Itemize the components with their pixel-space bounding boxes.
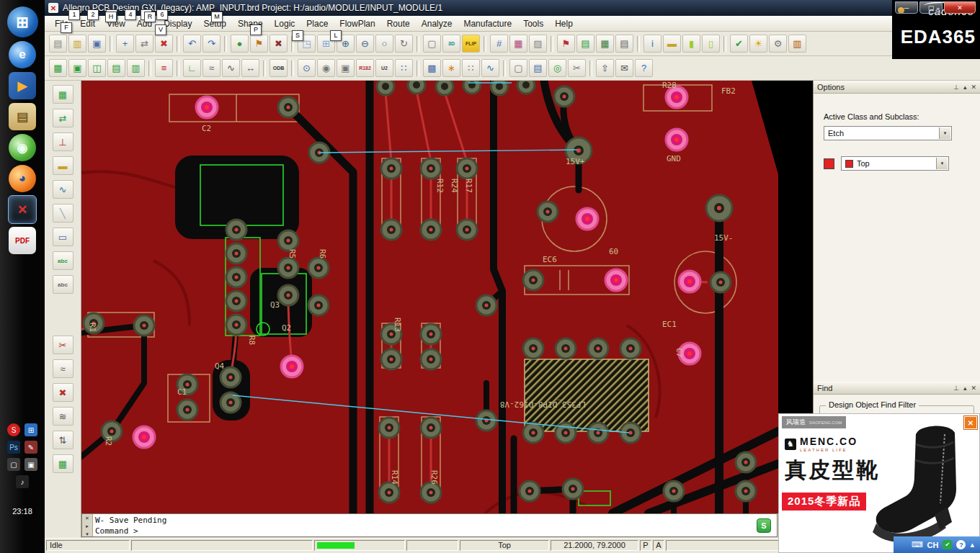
move-tool-icon[interactable]: + (116, 35, 134, 53)
firefox-browser-icon[interactable]: ◕ (9, 165, 36, 192)
zoom-window-icon[interactable]: ◳ (298, 35, 316, 53)
cut-doc-icon[interactable]: ✂ (568, 59, 586, 77)
padstack-edit-icon[interactable]: ◫ (88, 59, 106, 77)
zoom-in-icon[interactable]: ⊕ (337, 35, 355, 53)
menu-shape[interactable]: Shape (232, 17, 269, 30)
find-close-icon[interactable]: ✕ (971, 385, 976, 392)
class-dropdown[interactable]: Etch ▼ (824, 126, 952, 140)
menu-file[interactable]: File (49, 17, 74, 30)
pick-mode-button[interactable]: P (640, 540, 651, 551)
odb-export-icon[interactable]: ODB (270, 59, 288, 77)
show-element-icon[interactable]: i (643, 35, 662, 53)
layer-stack-icon[interactable]: ≡ (155, 59, 173, 77)
ad-product-image[interactable] (871, 423, 979, 549)
palette-grid2-icon[interactable]: ▦ (53, 454, 74, 473)
smooth-tool-icon[interactable]: ∿ (222, 59, 240, 77)
palette-zigzag-icon[interactable]: ≈ (53, 359, 74, 378)
export-data-icon[interactable]: ⇧ (596, 59, 614, 77)
find-pin-icon[interactable]: ⊥ (953, 385, 959, 392)
palette-ruler-icon[interactable]: ▬ (53, 156, 74, 175)
open-drawing-icon[interactable]: ▥ (68, 35, 86, 53)
subclass-color-swatch[interactable] (824, 158, 834, 169)
fanout-tool-icon[interactable]: ∗ (442, 59, 460, 77)
shape-check-icon[interactable]: ▤ (107, 59, 125, 77)
menu-display[interactable]: Display (158, 17, 197, 30)
view-3d-icon[interactable]: 3D (442, 35, 460, 53)
settings-icon[interactable]: ⚙ (769, 35, 787, 53)
menu-logic[interactable]: Logic (269, 17, 301, 30)
constraint-manager-icon[interactable]: ▦ (596, 35, 614, 53)
menu-route[interactable]: Route (381, 17, 416, 30)
tray-grid-icon[interactable]: ⊞ (24, 423, 37, 436)
waive-icon[interactable]: ✔ (730, 35, 748, 53)
color-dialog-icon[interactable]: ▦ (509, 35, 527, 53)
show-measure-icon[interactable]: ▬ (663, 35, 681, 53)
menu-analyze[interactable]: Analyze (416, 17, 458, 30)
color-visibility-icon[interactable]: ▦ (49, 59, 67, 77)
notebook-icon[interactable]: ▤ (529, 59, 547, 77)
tray-paint-icon[interactable]: ✎ (24, 441, 37, 454)
web-doc-icon[interactable]: ◎ (548, 59, 566, 77)
chevron-up-icon[interactable]: ▴ (970, 540, 974, 549)
command-window[interactable]: ✕ ▸ ▾ W- Save Pending Command > S (81, 513, 778, 537)
mail-send-icon[interactable]: ✉ (615, 59, 633, 77)
menu-tools[interactable]: Tools (517, 17, 549, 30)
dehighlight-icon[interactable]: ▯ (702, 35, 720, 53)
shadow-mode-icon[interactable]: ▨ (529, 35, 547, 53)
menu-setup[interactable]: Setup (198, 17, 232, 30)
shield-icon[interactable]: ✔ (943, 540, 952, 549)
spacing-tool-icon[interactable]: ↔ (241, 59, 259, 77)
slide-tool-icon[interactable]: ≈ (202, 59, 220, 77)
dot-grid-icon[interactable]: ∷ (462, 59, 480, 77)
cancel-icon[interactable]: ✖ (270, 35, 288, 53)
zoom-points-icon[interactable]: ⊞ (317, 35, 335, 53)
command-collapse-icon[interactable]: ▾ (86, 531, 89, 537)
assign-color-icon[interactable]: ▥ (127, 59, 145, 77)
palette-cut-icon[interactable]: ✂ (53, 336, 74, 354)
ie-browser-icon[interactable]: e (9, 41, 36, 68)
pcb-board[interactable]: C2R28FB2GND15V+15V-EC660EC1C7R5R6Q3Q2R8R… (81, 81, 813, 513)
command-close-icon[interactable]: ✕ (85, 516, 89, 521)
snapshot-tool-icon[interactable]: ▣ (337, 59, 355, 77)
cross-section-icon[interactable]: ▤ (576, 35, 594, 53)
redo-icon[interactable]: ↷ (202, 35, 220, 53)
title-bar[interactable]: ✕ Allegro PCB Design GXL (legacy): AMP_I… (45, 0, 980, 16)
palette-wave-icon[interactable]: ∿ (53, 180, 74, 199)
menu-help[interactable]: Help (549, 17, 579, 30)
probe-tool-icon[interactable]: ⊙ (298, 59, 316, 77)
menu-edit[interactable]: Edit (74, 17, 101, 30)
palette-color-grid-icon[interactable]: ▦ (53, 85, 74, 104)
ic-part-icon[interactable]: U2 (375, 59, 393, 77)
menu-add[interactable]: Add (131, 17, 158, 30)
delete-tool-icon[interactable]: ✖ (155, 35, 173, 53)
menu-place[interactable]: Place (300, 17, 334, 30)
copy-tool-icon[interactable]: ⇄ (135, 35, 153, 53)
audit-tool-icon[interactable]: ◉ (317, 59, 335, 77)
keyboard-icon[interactable]: ⌨ (912, 540, 923, 549)
tray-photoshop-icon[interactable]: Ps (7, 441, 20, 454)
reports-icon[interactable]: ▥ (788, 35, 806, 53)
menu-flowplan[interactable]: FlowPlan (334, 17, 380, 30)
application-mode-button[interactable]: A (653, 540, 664, 551)
options-close-icon[interactable]: ✕ (971, 84, 976, 91)
start-button-icon[interactable]: ⊞ (7, 6, 38, 37)
palette-slide-icon[interactable]: ≋ (53, 407, 74, 426)
palette-swap-icon[interactable]: ⇄ (53, 109, 74, 127)
subclass-dropdown[interactable]: Top ▼ (841, 156, 949, 171)
pin-view-icon[interactable]: ⚑ (557, 35, 575, 53)
new-drawing-icon[interactable]: ▤ (49, 35, 67, 53)
oops-icon[interactable]: ⚑ (250, 35, 268, 53)
command-expand-icon[interactable]: ▸ (86, 523, 89, 529)
snagit-overlay-icon[interactable]: S (757, 518, 771, 533)
palette-route-x-icon[interactable]: ✖ (53, 383, 74, 402)
zoom-previous-icon[interactable]: ↻ (395, 35, 413, 53)
minimize-button[interactable]: ─ (895, 1, 918, 14)
pad-array-icon[interactable]: ∷ (395, 59, 413, 77)
maximize-button[interactable]: ▢ (919, 1, 943, 14)
palette-pin-icon[interactable]: ⊥ (53, 132, 74, 151)
palette-text-icon[interactable]: abc (53, 275, 74, 294)
language-indicator[interactable]: CH (927, 541, 939, 549)
options-collapse-icon[interactable]: ▴ (963, 84, 967, 91)
help-icon[interactable]: ? (635, 59, 653, 77)
flip-design-icon[interactable]: FLIP (462, 35, 480, 53)
